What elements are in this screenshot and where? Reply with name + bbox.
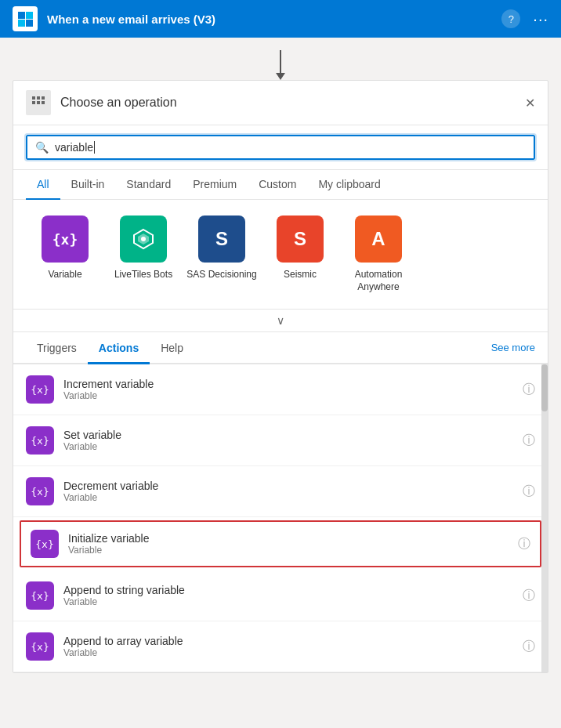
svg-rect-5 (37, 96, 40, 100)
action-name-decrement: Decrement variable (63, 480, 523, 492)
variable-label: Variable (48, 269, 81, 281)
see-more-link[interactable]: See more (491, 342, 535, 353)
chevron-down-icon: ∨ (277, 314, 284, 327)
action-text-set: Set variable Variable (63, 429, 523, 452)
tab-standard[interactable]: Standard (115, 170, 182, 200)
svg-point-12 (141, 237, 146, 241)
action-sub-append-array: Variable (63, 647, 523, 658)
action-text-append-string: Append to string variable Variable (63, 584, 523, 607)
svg-rect-9 (42, 101, 45, 104)
action-sub-decrement: Variable (63, 492, 523, 503)
scrollbar-track (541, 364, 548, 672)
tab-my-clipboard[interactable]: My clipboard (307, 170, 391, 200)
connector-arrow (0, 38, 561, 80)
action-text-append-array: Append to array variable Variable (63, 635, 523, 658)
action-text-increment: Increment variable Variable (63, 378, 523, 401)
collapse-button[interactable]: ∨ (13, 310, 548, 332)
scrollbar-thumb[interactable] (541, 364, 548, 411)
icon-sas[interactable]: S SAS Decisioning (183, 216, 261, 293)
search-box[interactable]: 🔍 variable (26, 135, 535, 160)
app-icon (13, 6, 38, 31)
search-cursor (94, 141, 95, 154)
svg-rect-1 (26, 12, 33, 19)
actions-list: {x} Increment variable Variable ⓘ {x} Se… (13, 364, 548, 672)
livetilebots-icon-box (120, 216, 167, 263)
action-name-initialize: Initialize variable (68, 532, 518, 545)
info-icon-append-array[interactable]: ⓘ (523, 639, 535, 655)
sas-icon-box: S (198, 216, 245, 263)
svg-rect-3 (26, 20, 33, 27)
action-initialize-variable[interactable]: {x} Initialize variable Variable ⓘ (20, 520, 541, 567)
search-input[interactable]: variable (55, 141, 93, 154)
svg-rect-6 (32, 101, 35, 104)
action-sub-set: Variable (63, 441, 523, 452)
info-icon-set[interactable]: ⓘ (523, 433, 535, 449)
action-text-initialize: Initialize variable Variable (68, 532, 518, 556)
action-sub-increment: Variable (63, 390, 523, 401)
close-icon[interactable]: ✕ (525, 96, 535, 110)
svg-rect-7 (37, 101, 40, 104)
action-icon-decrement: {x} (26, 477, 54, 505)
search-container: 🔍 variable (13, 125, 548, 170)
top-bar-title: When a new email arrives (V3) (47, 13, 501, 26)
action-icon-initialize: {x} (31, 530, 59, 558)
arrow-down-icon (280, 50, 281, 74)
subtab-triggers[interactable]: Triggers (26, 332, 88, 364)
panel-header-icon (26, 90, 51, 115)
icon-livetilebots[interactable]: LiveTiles Bots (104, 216, 183, 293)
tab-builtin[interactable]: Built-in (60, 170, 116, 200)
sas-label: SAS Decisioning (186, 269, 256, 281)
action-append-string-variable[interactable]: {x} Append to string variable Variable ⓘ (13, 570, 548, 621)
info-icon-increment[interactable]: ⓘ (523, 382, 535, 398)
panel-header: Choose an operation ✕ (13, 81, 548, 125)
action-sub-append-string: Variable (63, 596, 523, 607)
icon-variable[interactable]: {x} Variable (26, 216, 104, 293)
info-icon-append-string[interactable]: ⓘ (523, 588, 535, 604)
filter-tabs: All Built-in Standard Premium Custom My … (13, 170, 548, 200)
help-icon[interactable]: ? (501, 9, 520, 28)
actions-scroll-wrapper: {x} Increment variable Variable ⓘ {x} Se… (13, 364, 548, 672)
icon-automation-anywhere[interactable]: A Automation Anywhere (339, 216, 418, 293)
tab-custom[interactable]: Custom (248, 170, 307, 200)
automation-anywhere-icon-box: A (355, 216, 402, 263)
action-icon-set: {x} (26, 426, 54, 455)
action-increment-variable[interactable]: {x} Increment variable Variable ⓘ (13, 364, 548, 415)
svg-rect-0 (18, 12, 25, 19)
more-icon[interactable]: ··· (533, 10, 548, 28)
panel-title: Choose an operation (60, 96, 525, 110)
livetilebots-label: LiveTiles Bots (114, 269, 172, 281)
seismic-label: Seismic (284, 269, 317, 281)
action-name-increment: Increment variable (63, 378, 523, 390)
action-append-array-variable[interactable]: {x} Append to array variable Variable ⓘ (13, 621, 548, 672)
info-icon-decrement[interactable]: ⓘ (523, 484, 535, 500)
operation-panel: Choose an operation ✕ 🔍 variable All Bui… (13, 80, 548, 673)
seismic-icon-box: S (277, 216, 324, 263)
tab-premium[interactable]: Premium (182, 170, 248, 200)
icon-seismic[interactable]: S Seismic (261, 216, 339, 293)
subtab-help[interactable]: Help (150, 332, 194, 364)
action-icon-append-array: {x} (26, 632, 54, 661)
action-icon-increment: {x} (26, 375, 54, 404)
svg-rect-8 (42, 96, 45, 100)
svg-rect-2 (18, 20, 25, 27)
top-bar: When a new email arrives (V3) ? ··· (0, 0, 561, 38)
action-set-variable[interactable]: {x} Set variable Variable ⓘ (13, 415, 548, 466)
action-text-decrement: Decrement variable Variable (63, 480, 523, 503)
action-name-set: Set variable (63, 429, 523, 441)
svg-rect-4 (32, 96, 35, 100)
sub-tabs: Triggers Actions Help See more (13, 332, 548, 364)
automation-anywhere-label: Automation Anywhere (339, 269, 418, 293)
action-icon-append-string: {x} (26, 581, 54, 610)
top-bar-actions: ? ··· (501, 9, 548, 28)
action-sub-initialize: Variable (68, 545, 518, 556)
variable-icon-box: {x} (42, 216, 89, 263)
action-decrement-variable[interactable]: {x} Decrement variable Variable ⓘ (13, 466, 548, 517)
action-name-append-array: Append to array variable (63, 635, 523, 647)
action-name-append-string: Append to string variable (63, 584, 523, 596)
tab-all[interactable]: All (26, 170, 60, 200)
search-icon: 🔍 (35, 141, 49, 154)
icons-grid: {x} Variable LiveTiles Bots S SAS Decisi… (13, 200, 548, 310)
subtab-actions[interactable]: Actions (88, 332, 150, 364)
info-icon-initialize[interactable]: ⓘ (518, 536, 530, 552)
